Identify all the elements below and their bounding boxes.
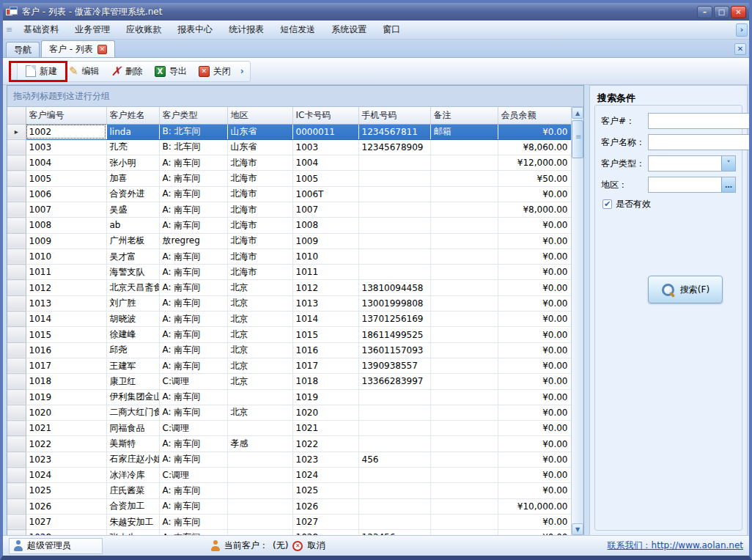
- grid-cell[interactable]: [358, 233, 430, 248]
- grid-cell[interactable]: C:调理: [159, 421, 227, 436]
- delete-button[interactable]: ✗ 删除: [106, 63, 148, 80]
- grid-cell[interactable]: 1022: [292, 436, 358, 452]
- grid-cell[interactable]: ¥10,000.00: [498, 498, 571, 514]
- row-selector[interactable]: [7, 155, 26, 171]
- grid-cell[interactable]: A: 南车间: [159, 248, 227, 264]
- row-selector[interactable]: [7, 514, 26, 529]
- grid-cell[interactable]: 1004: [292, 155, 358, 171]
- grid-cell[interactable]: ¥0.00: [498, 186, 571, 202]
- grid-cell[interactable]: A: 南车间: [159, 483, 227, 498]
- grid-cell[interactable]: ¥0.00: [498, 218, 571, 233]
- row-selector[interactable]: [7, 530, 26, 535]
- grid-cell[interactable]: 1007: [292, 202, 358, 217]
- grid-cell[interactable]: 张小明: [106, 155, 159, 171]
- grid-cell[interactable]: 北京: [227, 295, 292, 311]
- row-selector[interactable]: [7, 452, 26, 467]
- ellipsis-icon[interactable]: …: [721, 177, 735, 192]
- grid-cell[interactable]: ¥0.00: [498, 452, 571, 467]
- grid-cell[interactable]: 合资外进: [106, 186, 159, 202]
- table-row[interactable]: 1027朱越安加工A: 南车间1027¥0.00: [7, 514, 571, 529]
- table-row[interactable]: 1018康卫红C:调理北京101813366283997¥0.00: [7, 374, 571, 389]
- grid-cell[interactable]: A: 南车间: [159, 171, 227, 186]
- grid-cell[interactable]: 1010: [26, 248, 106, 264]
- grid-cell[interactable]: 456: [358, 452, 430, 467]
- chevron-down-icon[interactable]: ˅: [721, 156, 735, 171]
- grid-cell[interactable]: [430, 498, 498, 514]
- tab-navigation[interactable]: 导航: [6, 42, 40, 57]
- tabstrip-close-icon[interactable]: ✕: [734, 43, 746, 55]
- grid-cell[interactable]: 1005: [292, 171, 358, 186]
- grid-cell[interactable]: [358, 468, 430, 483]
- grid-cell[interactable]: [430, 295, 498, 311]
- row-selector[interactable]: [7, 233, 26, 248]
- grid-cell[interactable]: A: 南车间: [159, 186, 227, 202]
- grid-cell[interactable]: 1008: [292, 218, 358, 233]
- table-row[interactable]: 1024冰洋冷库C:调理1024¥0.00: [7, 468, 571, 483]
- grid-cell[interactable]: [358, 421, 430, 436]
- grid-cell[interactable]: [430, 468, 498, 483]
- grid-cell[interactable]: 吴盛: [106, 202, 159, 217]
- grid-cell[interactable]: 北京: [227, 327, 292, 342]
- grid-cell[interactable]: 1390938557: [358, 358, 430, 373]
- scroll-down-icon[interactable]: ▼: [572, 523, 583, 535]
- grid-cell[interactable]: ¥0.00: [498, 265, 571, 280]
- grid-cell[interactable]: 1026: [26, 498, 106, 514]
- grid-cell[interactable]: 1024: [292, 468, 358, 483]
- row-selector[interactable]: [7, 483, 26, 498]
- grid-cell[interactable]: [358, 514, 430, 529]
- grid-cell[interactable]: 1018: [292, 374, 358, 389]
- grid-cell[interactable]: [430, 389, 498, 405]
- grid-cell[interactable]: 1004: [26, 155, 106, 171]
- col-mobile[interactable]: 手机号码: [358, 107, 430, 124]
- grid-cell[interactable]: 1011: [26, 265, 106, 280]
- grid-cell[interactable]: [430, 265, 498, 280]
- grid-cell[interactable]: [358, 405, 430, 420]
- grid-cell[interactable]: 1023: [292, 452, 358, 467]
- table-row[interactable]: 1020二商大红门食...A: 南车间北京1020¥0.00: [7, 405, 571, 420]
- grid-cell[interactable]: A: 南车间: [159, 155, 227, 171]
- grid-cell[interactable]: A: 南车间: [159, 312, 227, 327]
- grid-cell[interactable]: 13001999808: [358, 295, 430, 311]
- grid-cell[interactable]: ¥0.00: [498, 327, 571, 342]
- grid-cell[interactable]: 1025: [26, 483, 106, 498]
- table-row[interactable]: 1022美斯特A: 南车间孝感1022¥0.00: [7, 436, 571, 452]
- menu-item-report-center[interactable]: 报表中心: [172, 21, 218, 38]
- grid-cell[interactable]: 1005: [26, 171, 106, 186]
- scroll-up-icon[interactable]: ▲: [572, 107, 583, 119]
- grid-cell[interactable]: A: 南车间: [159, 530, 227, 535]
- customer-no-input[interactable]: [648, 113, 749, 129]
- grid-cell[interactable]: 1016: [26, 342, 106, 358]
- grid-cell[interactable]: ¥0.00: [498, 436, 571, 452]
- grid-cell[interactable]: 北京: [227, 358, 292, 373]
- cancel-label[interactable]: 取消: [307, 539, 325, 552]
- grid-cell[interactable]: [227, 514, 292, 529]
- grid-cell[interactable]: [430, 421, 498, 436]
- grid-cell[interactable]: 海警支队: [106, 265, 159, 280]
- grid-cell[interactable]: 北海市: [227, 186, 292, 202]
- grid-cell[interactable]: A: 南车间: [159, 436, 227, 452]
- grid-cell[interactable]: 123456: [358, 530, 430, 535]
- grid-cell[interactable]: [358, 265, 430, 280]
- table-row[interactable]: 1006合资外进A: 南车间北海市1006T¥0.00: [7, 186, 571, 202]
- grid-cell[interactable]: [358, 202, 430, 217]
- menu-item-receivables[interactable]: 应收账款: [120, 21, 167, 38]
- new-button[interactable]: 新建: [21, 63, 62, 80]
- col-member-balance[interactable]: 会员余额: [498, 107, 571, 124]
- table-row[interactable]: 1014胡晓波A: 南车间北京101413701256169¥0.00: [7, 312, 571, 327]
- col-ic-card[interactable]: IC卡号码: [292, 107, 358, 124]
- grid-cell[interactable]: [430, 327, 498, 342]
- grid-cell[interactable]: 1021: [292, 421, 358, 436]
- grid-cell[interactable]: 1022: [26, 436, 106, 452]
- grid-cell[interactable]: 1019: [26, 389, 106, 405]
- grid-cell[interactable]: [430, 312, 498, 327]
- search-button[interactable]: 搜索(F): [648, 276, 723, 303]
- grid-cell[interactable]: 1018: [26, 374, 106, 389]
- grid-cell[interactable]: 北海市: [227, 171, 292, 186]
- grid-cell[interactable]: [227, 468, 292, 483]
- grid-cell[interactable]: [227, 452, 292, 467]
- grid-cell[interactable]: 1024: [26, 468, 106, 483]
- col-region[interactable]: 地区: [227, 107, 292, 124]
- grid-cell[interactable]: [430, 171, 498, 186]
- grid-cell[interactable]: 1026: [292, 498, 358, 514]
- row-selector[interactable]: [7, 374, 26, 389]
